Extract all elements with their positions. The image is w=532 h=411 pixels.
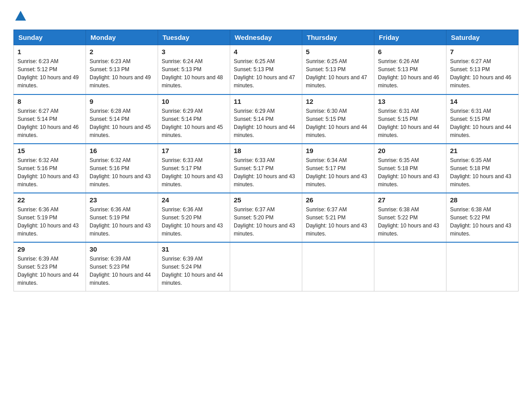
calendar-cell: 6 Sunrise: 6:26 AM Sunset: 5:13 PM Dayli… [374,45,446,94]
day-number: 21 [450,147,515,154]
calendar-table: SundayMondayTuesdayWednesdayThursdayFrid… [13,30,519,291]
day-info: Sunrise: 6:35 AM Sunset: 5:18 PM Dayligh… [378,156,442,188]
calendar-day-header: Sunday [14,30,86,45]
calendar-cell: 27 Sunrise: 6:38 AM Sunset: 5:22 PM Dayl… [374,193,446,242]
calendar-week-row: 22 Sunrise: 6:36 AM Sunset: 5:19 PM Dayl… [14,193,519,242]
calendar-week-row: 1 Sunrise: 6:23 AM Sunset: 5:12 PM Dayli… [14,45,519,94]
day-number: 4 [234,48,298,56]
day-number: 6 [378,48,442,56]
calendar-week-row: 8 Sunrise: 6:27 AM Sunset: 5:14 PM Dayli… [14,94,519,144]
day-number: 13 [378,98,442,105]
day-info: Sunrise: 6:28 AM Sunset: 5:14 PM Dayligh… [90,107,154,139]
calendar-cell: 14 Sunrise: 6:31 AM Sunset: 5:15 PM Dayl… [446,94,519,144]
calendar-cell: 20 Sunrise: 6:35 AM Sunset: 5:18 PM Dayl… [374,144,446,193]
calendar-week-row: 29 Sunrise: 6:39 AM Sunset: 5:23 PM Dayl… [14,242,519,291]
day-info: Sunrise: 6:33 AM Sunset: 5:17 PM Dayligh… [234,156,298,188]
day-info: Sunrise: 6:24 AM Sunset: 5:13 PM Dayligh… [162,57,226,90]
calendar-cell: 19 Sunrise: 6:34 AM Sunset: 5:17 PM Dayl… [302,144,374,193]
day-info: Sunrise: 6:27 AM Sunset: 5:14 PM Dayligh… [17,107,82,139]
day-number: 30 [90,245,154,253]
day-number: 3 [162,48,226,56]
day-number: 7 [450,48,515,56]
day-number: 25 [234,196,298,204]
day-number: 8 [17,98,82,105]
calendar-cell: 3 Sunrise: 6:24 AM Sunset: 5:13 PM Dayli… [158,45,230,94]
day-number: 24 [162,196,226,204]
calendar-cell: 10 Sunrise: 6:29 AM Sunset: 5:14 PM Dayl… [158,94,230,144]
calendar-cell: 28 Sunrise: 6:38 AM Sunset: 5:22 PM Dayl… [446,193,519,242]
calendar-cell: 13 Sunrise: 6:31 AM Sunset: 5:15 PM Dayl… [374,94,446,144]
day-info: Sunrise: 6:25 AM Sunset: 5:13 PM Dayligh… [306,57,370,90]
calendar-cell: 31 Sunrise: 6:39 AM Sunset: 5:24 PM Dayl… [158,242,230,291]
calendar-cell: 22 Sunrise: 6:36 AM Sunset: 5:19 PM Dayl… [14,193,86,242]
day-number: 17 [162,147,226,154]
day-info: Sunrise: 6:39 AM Sunset: 5:23 PM Dayligh… [17,255,82,287]
calendar-cell [230,242,302,291]
day-number: 31 [162,245,226,253]
calendar-day-header: Wednesday [230,30,302,45]
day-number: 27 [378,196,442,204]
day-number: 2 [90,48,154,56]
calendar-day-header: Saturday [446,30,519,45]
day-info: Sunrise: 6:25 AM Sunset: 5:13 PM Dayligh… [234,57,298,90]
calendar-cell: 4 Sunrise: 6:25 AM Sunset: 5:13 PM Dayli… [230,45,302,94]
day-number: 1 [17,48,82,56]
calendar-cell: 9 Sunrise: 6:28 AM Sunset: 5:14 PM Dayli… [86,94,158,144]
calendar-cell: 23 Sunrise: 6:36 AM Sunset: 5:19 PM Dayl… [86,193,158,242]
calendar-day-header: Thursday [302,30,374,45]
day-info: Sunrise: 6:29 AM Sunset: 5:14 PM Dayligh… [234,107,298,139]
calendar-day-header: Friday [374,30,446,45]
calendar-cell: 26 Sunrise: 6:37 AM Sunset: 5:21 PM Dayl… [302,193,374,242]
logo [13,9,27,21]
calendar-cell: 18 Sunrise: 6:33 AM Sunset: 5:17 PM Dayl… [230,144,302,193]
calendar-cell: 25 Sunrise: 6:37 AM Sunset: 5:20 PM Dayl… [230,193,302,242]
day-info: Sunrise: 6:36 AM Sunset: 5:20 PM Dayligh… [162,206,226,238]
day-number: 12 [306,98,370,105]
day-number: 26 [306,196,370,204]
day-info: Sunrise: 6:35 AM Sunset: 5:18 PM Dayligh… [450,156,515,188]
day-info: Sunrise: 6:32 AM Sunset: 5:16 PM Dayligh… [90,156,154,188]
day-info: Sunrise: 6:27 AM Sunset: 5:13 PM Dayligh… [450,57,515,90]
day-info: Sunrise: 6:36 AM Sunset: 5:19 PM Dayligh… [90,206,154,238]
calendar-cell: 1 Sunrise: 6:23 AM Sunset: 5:12 PM Dayli… [14,45,86,94]
day-info: Sunrise: 6:26 AM Sunset: 5:13 PM Dayligh… [378,57,442,90]
calendar-cell: 16 Sunrise: 6:32 AM Sunset: 5:16 PM Dayl… [86,144,158,193]
calendar-cell: 12 Sunrise: 6:30 AM Sunset: 5:15 PM Dayl… [302,94,374,144]
calendar-cell: 17 Sunrise: 6:33 AM Sunset: 5:17 PM Dayl… [158,144,230,193]
calendar-cell: 5 Sunrise: 6:25 AM Sunset: 5:13 PM Dayli… [302,45,374,94]
day-number: 20 [378,147,442,154]
day-number: 22 [17,196,82,204]
calendar-cell: 30 Sunrise: 6:39 AM Sunset: 5:23 PM Dayl… [86,242,158,291]
calendar-cell: 24 Sunrise: 6:36 AM Sunset: 5:20 PM Dayl… [158,193,230,242]
day-number: 14 [450,98,515,105]
day-number: 10 [162,98,226,105]
calendar-week-row: 15 Sunrise: 6:32 AM Sunset: 5:16 PM Dayl… [14,144,519,193]
day-info: Sunrise: 6:38 AM Sunset: 5:22 PM Dayligh… [378,206,442,238]
calendar-day-header: Tuesday [158,30,230,45]
day-info: Sunrise: 6:23 AM Sunset: 5:12 PM Dayligh… [17,57,82,90]
calendar-cell: 7 Sunrise: 6:27 AM Sunset: 5:13 PM Dayli… [446,45,519,94]
day-number: 18 [234,147,298,154]
page-header [13,9,519,21]
day-number: 16 [90,147,154,154]
calendar-cell: 29 Sunrise: 6:39 AM Sunset: 5:23 PM Dayl… [14,242,86,291]
day-number: 9 [90,98,154,105]
day-number: 5 [306,48,370,56]
calendar-cell [374,242,446,291]
day-info: Sunrise: 6:23 AM Sunset: 5:13 PM Dayligh… [90,57,154,90]
day-info: Sunrise: 6:33 AM Sunset: 5:17 PM Dayligh… [162,156,226,188]
day-info: Sunrise: 6:39 AM Sunset: 5:23 PM Dayligh… [90,255,154,287]
day-number: 28 [450,196,515,204]
day-info: Sunrise: 6:39 AM Sunset: 5:24 PM Dayligh… [162,255,226,287]
calendar-cell: 21 Sunrise: 6:35 AM Sunset: 5:18 PM Dayl… [446,144,519,193]
day-number: 19 [306,147,370,154]
day-info: Sunrise: 6:31 AM Sunset: 5:15 PM Dayligh… [450,107,515,139]
day-info: Sunrise: 6:32 AM Sunset: 5:16 PM Dayligh… [17,156,82,188]
day-info: Sunrise: 6:34 AM Sunset: 5:17 PM Dayligh… [306,156,370,188]
calendar-cell: 11 Sunrise: 6:29 AM Sunset: 5:14 PM Dayl… [230,94,302,144]
day-info: Sunrise: 6:38 AM Sunset: 5:22 PM Dayligh… [450,206,515,238]
logo-icon [14,9,27,21]
day-info: Sunrise: 6:37 AM Sunset: 5:21 PM Dayligh… [306,206,370,238]
calendar-cell [446,242,519,291]
day-info: Sunrise: 6:29 AM Sunset: 5:14 PM Dayligh… [162,107,226,139]
